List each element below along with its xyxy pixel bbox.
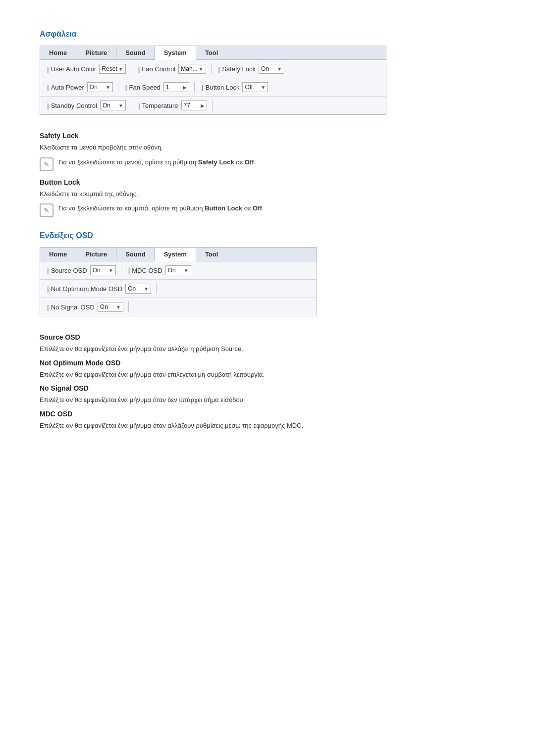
page-content: Ασφάλεια Home Picture Sound System Tool … <box>40 30 495 430</box>
safety-lock-description: Κλειδώστε τα μενού προβολής στην οθόνη. <box>40 143 495 152</box>
user-auto-color-col: User Auto Color Reset ▼ <box>40 62 131 75</box>
fan-control-label: Fan Control <box>136 65 176 73</box>
user-auto-color-select[interactable]: Reset ▼ <box>99 64 125 74</box>
asfaleia-data-rows: User Auto Color Reset ▼ Fan Control Man.… <box>40 60 386 114</box>
no-signal-col: No Signal OSD On ▼ <box>40 301 128 313</box>
table-row: Auto Power On ▼ Fan Speed 1 ▶ <box>40 78 386 97</box>
osd-tab-system[interactable]: System <box>155 248 196 261</box>
mdc-osd-label: MDC OSD <box>126 267 162 274</box>
fan-control-col: Fan Control Man... ▼ <box>131 62 211 75</box>
safety-lock-col: Safety Lock On ▼ <box>212 62 290 75</box>
standby-control-select[interactable]: On ▼ <box>100 101 126 110</box>
osd-data-rows: Source OSD On ▼ MDC OSD On ▼ <box>40 261 317 316</box>
dropdown-icon: ▼ <box>199 66 204 72</box>
dropdown-icon: ▼ <box>118 103 123 108</box>
arrow-right-icon: ▶ <box>201 103 205 108</box>
not-optimum-select[interactable]: On ▼ <box>125 284 151 294</box>
safety-lock-label: Safety Lock <box>216 65 256 73</box>
dropdown-icon: ▼ <box>184 268 189 273</box>
table-row: Standby Control On ▼ Temperature 77 ▶ <box>40 97 386 114</box>
dropdown-icon: ▼ <box>106 85 110 90</box>
no-signal-subtitle: No Signal OSD <box>40 384 495 392</box>
source-osd-col: Source OSD On ▼ <box>40 264 121 277</box>
mdc-osd-col: MDC OSD On ▼ <box>121 264 196 277</box>
table-row: User Auto Color Reset ▼ Fan Control Man.… <box>40 60 386 78</box>
source-osd-label: Source OSD <box>45 267 87 274</box>
temperature-label: Temperature <box>136 102 178 109</box>
safety-lock-note-text: Για να ξεκλειδώσετε τα μενού, ορίστε τη … <box>58 157 256 167</box>
tab-home[interactable]: Home <box>40 46 76 59</box>
mdc-osd-subtitle: MDC OSD <box>40 410 495 418</box>
source-osd-select[interactable]: On ▼ <box>90 265 116 275</box>
endeixeis-osd-title: Ενδείξεις OSD <box>40 231 495 240</box>
not-optimum-label: Not Optimum Mode OSD <box>45 285 122 293</box>
osd-tab-sound[interactable]: Sound <box>116 248 155 261</box>
auto-power-select[interactable]: On ▼ <box>87 82 113 92</box>
source-osd-subtitle: Source OSD <box>40 333 495 341</box>
fan-control-select[interactable]: Man... ▼ <box>178 64 206 74</box>
dropdown-icon: ▼ <box>144 286 149 292</box>
note-icon: ✎ <box>40 203 54 217</box>
standby-control-col: Standby Control On ▼ <box>40 99 131 112</box>
dropdown-icon: ▼ <box>108 268 113 273</box>
fan-speed-col: Fan Speed 1 ▶ <box>118 81 194 94</box>
table-row: Not Optimum Mode OSD On ▼ <box>40 280 317 298</box>
safety-lock-note: ✎ Για να ξεκλειδώσετε τα μενού, ορίστε τ… <box>40 157 495 171</box>
tab-system[interactable]: System <box>155 46 196 60</box>
asfaleia-section: Ασφάλεια Home Picture Sound System Tool … <box>40 30 495 217</box>
no-signal-description: Επιλέξτε αν θα εμφανίζεται ένα μήνυμα ότ… <box>40 395 495 405</box>
button-lock-label: Button Lock <box>200 84 239 91</box>
safety-lock-select[interactable]: On ▼ <box>259 64 284 74</box>
safety-lock-subtitle: Safety Lock <box>40 132 495 140</box>
standby-control-label: Standby Control <box>45 102 97 109</box>
mdc-osd-select[interactable]: On ▼ <box>165 265 191 275</box>
dropdown-icon: ▼ <box>118 66 123 72</box>
tab-tool[interactable]: Tool <box>196 46 227 59</box>
auto-power-label: Auto Power <box>45 84 84 91</box>
tab-picture[interactable]: Picture <box>76 46 116 59</box>
osd-table: Home Picture Sound System Tool Source OS… <box>40 247 317 316</box>
empty-col3 <box>129 305 198 308</box>
osd-tab-row: Home Picture Sound System Tool <box>40 248 317 261</box>
asfaleia-title: Ασφάλεια <box>40 30 495 39</box>
dropdown-icon: ▼ <box>116 304 121 310</box>
button-lock-subtitle: Button Lock <box>40 178 495 186</box>
button-lock-note-text: Για να ξεκλειδώσετε τα κουμπιά, ορίστε τ… <box>58 203 264 213</box>
asfaleia-tab-row: Home Picture Sound System Tool <box>40 46 386 60</box>
table-row: No Signal OSD On ▼ <box>40 298 317 316</box>
osd-tab-home[interactable]: Home <box>40 248 76 261</box>
osd-tab-tool[interactable]: Tool <box>196 248 227 261</box>
table-row: Source OSD On ▼ MDC OSD On ▼ <box>40 261 317 280</box>
empty-col2 <box>157 287 226 290</box>
not-optimum-col: Not Optimum Mode OSD On ▼ <box>40 282 156 295</box>
note-icon: ✎ <box>40 157 54 171</box>
button-lock-col: Button Lock Off ▼ <box>195 81 273 94</box>
button-lock-note: ✎ Για να ξεκλειδώσετε τα κουμπιά, ορίστε… <box>40 203 495 217</box>
user-auto-color-label: User Auto Color <box>45 65 96 73</box>
asfaleia-table: Home Picture Sound System Tool User Auto… <box>40 46 386 115</box>
auto-power-col: Auto Power On ▼ <box>40 81 118 94</box>
no-signal-label: No Signal OSD <box>45 303 95 311</box>
button-lock-select[interactable]: Off ▼ <box>242 82 268 92</box>
not-optimum-description: Επιλέξτε αν θα εμφανίζεται ένα μήνυμα ότ… <box>40 370 495 380</box>
empty-col <box>213 104 282 107</box>
fan-speed-label: Fan Speed <box>123 84 160 91</box>
endeixeis-osd-section: Ενδείξεις OSD Home Picture Sound System … <box>40 231 495 430</box>
temperature-arrow[interactable]: 77 ▶ <box>181 101 207 110</box>
not-optimum-subtitle: Not Optimum Mode OSD <box>40 359 495 367</box>
button-lock-description: Κλειδώστε τα κουμπιά της οθόνης. <box>40 189 495 199</box>
tab-sound[interactable]: Sound <box>116 46 155 59</box>
dropdown-icon: ▼ <box>261 85 266 90</box>
arrow-right-icon: ▶ <box>183 85 187 90</box>
mdc-osd-description: Επιλέξτε αν θα εμφανίζεται ένα μήνυμα ότ… <box>40 421 495 431</box>
temperature-col: Temperature 77 ▶ <box>131 99 212 112</box>
source-osd-description: Επιλέξτε αν θα εμφανίζεται ένα μήνυμα ότ… <box>40 344 495 354</box>
fan-speed-arrow[interactable]: 1 ▶ <box>163 82 189 92</box>
dropdown-icon: ▼ <box>277 66 282 72</box>
no-signal-select[interactable]: On ▼ <box>98 302 123 312</box>
osd-tab-picture[interactable]: Picture <box>76 248 116 261</box>
